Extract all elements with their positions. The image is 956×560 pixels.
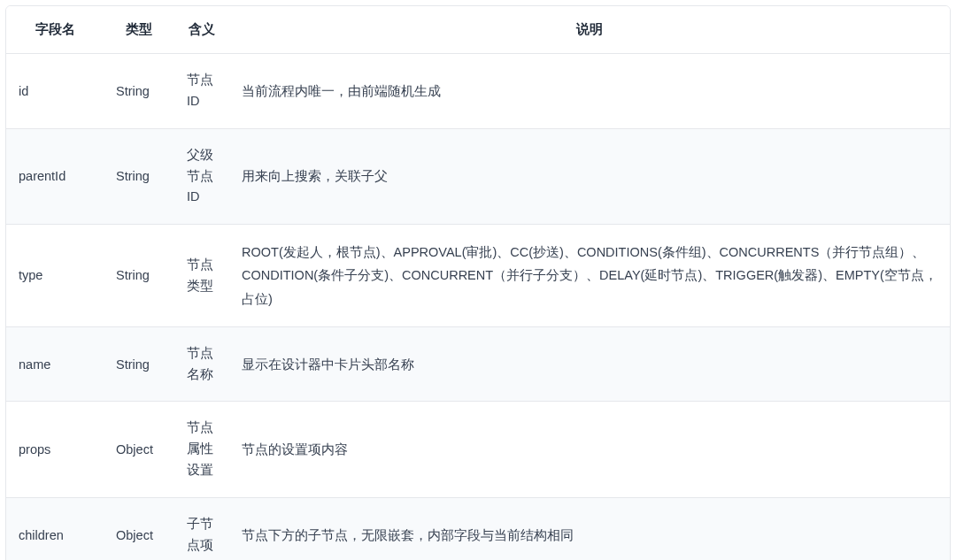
cell-type: String [104,128,174,225]
field-table: 字段名 类型 含义 说明 id String 节点ID 当前流程内唯一，由前端随… [6,6,950,560]
header-type: 类型 [104,6,174,53]
header-field: 字段名 [6,6,104,53]
table-row: props Object 节点属性设置 节点的设置项内容 [6,402,950,498]
table-row: parentId String 父级节点ID 用来向上搜索，关联子父 [6,128,950,225]
cell-meaning: 子节点项 [174,498,229,560]
cell-field: children [6,498,104,560]
cell-meaning: 节点类型 [174,225,229,326]
cell-description: 用来向上搜索，关联子父 [229,128,950,225]
cell-type: Object [104,498,174,560]
cell-field: type [6,225,104,326]
cell-type: String [104,225,174,326]
cell-field: id [6,53,104,128]
cell-field: name [6,326,104,402]
cell-field: parentId [6,128,104,225]
cell-description: 当前流程内唯一，由前端随机生成 [229,53,950,128]
cell-type: String [104,326,174,402]
cell-meaning: 节点ID [174,53,229,128]
cell-description: 节点的设置项内容 [229,402,950,498]
field-table-container: 字段名 类型 含义 说明 id String 节点ID 当前流程内唯一，由前端随… [5,5,951,560]
cell-type: Object [104,402,174,498]
cell-description: 显示在设计器中卡片头部名称 [229,326,950,402]
table-row: type String 节点类型 ROOT(发起人，根节点)、APPROVAL(… [6,225,950,326]
cell-description: ROOT(发起人，根节点)、APPROVAL(审批)、CC(抄送)、CONDIT… [229,225,950,326]
table-row: id String 节点ID 当前流程内唯一，由前端随机生成 [6,53,950,128]
cell-description: 节点下方的子节点，无限嵌套，内部字段与当前结构相同 [229,498,950,560]
cell-meaning: 节点名称 [174,326,229,402]
cell-field: props [6,402,104,498]
table-row: children Object 子节点项 节点下方的子节点，无限嵌套，内部字段与… [6,498,950,560]
table-header-row: 字段名 类型 含义 说明 [6,6,950,53]
table-row: name String 节点名称 显示在设计器中卡片头部名称 [6,326,950,402]
header-description: 说明 [229,6,950,53]
header-meaning: 含义 [174,6,229,53]
cell-type: String [104,53,174,128]
cell-meaning: 节点属性设置 [174,402,229,498]
cell-meaning: 父级节点ID [174,128,229,225]
